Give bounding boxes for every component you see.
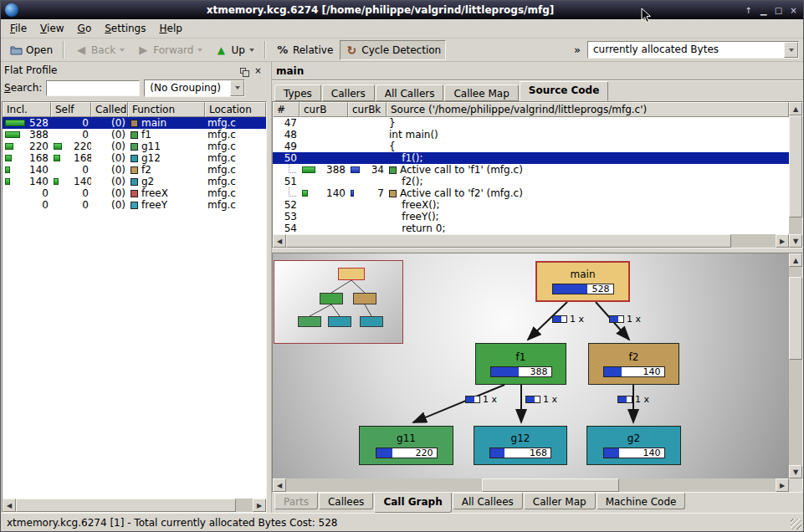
tree-branch-icon [289, 164, 296, 173]
scrollbar-thumb[interactable] [482, 478, 619, 492]
tab-machine-code[interactable]: Machine Code [597, 493, 686, 509]
dock-title-bar[interactable]: Flat Profile × [2, 62, 267, 79]
table-row-freeY[interactable]: 0 0 (0) freeY mfg.c [3, 199, 266, 211]
scrollbar-thumb[interactable] [16, 499, 236, 512]
dock-title: Flat Profile [4, 64, 234, 76]
scrollbar-thumb[interactable] [286, 234, 731, 248]
source-line[interactable]: 48 int main() [273, 129, 789, 141]
open-button[interactable]: Open [4, 40, 58, 60]
table-row-f2[interactable]: 140 0 (0) f2 mfg.c [3, 164, 266, 176]
tab-caller-map[interactable]: Caller Map [524, 493, 596, 509]
application-window: xtmemory.kcg.6274 [/home/philippe/valgri… [0, 0, 804, 532]
resize-grip[interactable] [791, 519, 801, 529]
graph-node-f2[interactable]: f2 140 [588, 343, 679, 385]
scroll-right-icon[interactable]: ▶ [253, 499, 266, 512]
tab-callee-map[interactable]: Callee Map [444, 84, 518, 101]
table-row-g11[interactable]: 220 220 (0) g11 mfg.c [3, 141, 266, 152]
col-curb[interactable]: curB [300, 102, 348, 117]
relative-toggle-button[interactable]: % Relative [271, 40, 338, 60]
tab-all-callers[interactable]: All Callers [376, 84, 444, 101]
tab-callers[interactable]: Callers [322, 84, 375, 101]
graph-vscrollbar[interactable]: ▲ ▼ [789, 253, 802, 478]
menu-file[interactable]: File [3, 20, 33, 37]
keep-above-button[interactable]: ↑ [741, 3, 755, 18]
tab-parts[interactable]: Parts [274, 493, 318, 509]
event-type-select[interactable]: currently allocated Bytes [587, 41, 799, 59]
scrollbar-thumb[interactable] [789, 277, 802, 361]
grouping-select[interactable]: (No Grouping) [144, 79, 245, 97]
scroll-up-icon[interactable]: ▲ [789, 253, 802, 267]
scroll-down-icon[interactable]: ▼ [789, 465, 802, 478]
scroll-down-icon[interactable]: ▼ [789, 234, 802, 248]
call-graph-canvas[interactable]: main 528 f1 388 f2 140 g11 [273, 253, 789, 478]
scrollbar-thumb[interactable] [789, 115, 802, 217]
graph-node-g2[interactable]: g2 140 [586, 426, 681, 465]
graph-node-g11[interactable]: g11 220 [359, 426, 453, 465]
tab-call-graph[interactable]: Call Graph [374, 493, 451, 513]
menu-view[interactable]: View [33, 20, 70, 37]
maximize-button[interactable]: □ [771, 3, 786, 18]
minimize-button[interactable]: ▁ [756, 3, 771, 18]
table-row-freeX[interactable]: 0 0 (0) freeX mfg.c [3, 187, 266, 199]
up-button[interactable]: ▲ Up [209, 40, 259, 60]
menu-help[interactable]: Help [152, 20, 188, 37]
scroll-up-icon[interactable]: ▲ [789, 102, 802, 115]
source-line[interactable]: 47 } [273, 117, 789, 129]
tab-types[interactable]: Types [274, 84, 321, 101]
app-icon[interactable] [5, 3, 18, 17]
source-call-annotation[interactable]: 140 7 Active call to 'f2' (mfg.c) [273, 187, 789, 199]
dock-float-button[interactable] [237, 64, 249, 77]
cycle-detection-toggle-button[interactable]: ↻ Cycle Detection [340, 40, 446, 60]
toolbar-overflow-button[interactable]: » [569, 43, 586, 56]
table-row-main[interactable]: 528 0 (0) main mfg.c [3, 117, 266, 129]
table-row-g12[interactable]: 168 168 (0) g12 mfg.c [3, 152, 266, 164]
col-self[interactable]: Self [51, 102, 91, 117]
bottom-tab-bar: Parts Callees Call Graph All Callees Cal… [272, 493, 803, 513]
col-incl[interactable]: Incl. [3, 102, 51, 117]
source-line-selected[interactable]: 50 f1(); [273, 152, 789, 164]
scroll-left-icon[interactable]: ◀ [3, 499, 16, 512]
source-hscrollbar[interactable]: ◀ ▶ [273, 234, 789, 248]
graph-hscrollbar[interactable]: ◀ ▶ [273, 478, 802, 492]
tab-all-callees[interactable]: All Callees [453, 493, 523, 509]
function-color-icon [389, 190, 397, 197]
forward-button[interactable]: ▶ Forward [131, 40, 207, 60]
incl-bar-icon [5, 178, 10, 185]
close-button[interactable]: × [786, 3, 801, 18]
event-type-dropdown-button[interactable] [784, 42, 798, 58]
tab-callees[interactable]: Callees [319, 493, 373, 509]
menu-go[interactable]: Go [71, 20, 99, 37]
col-line-number[interactable]: # [273, 102, 300, 117]
table-row-f1[interactable]: 388 0 (0) f1 mfg.c [3, 129, 266, 141]
col-location[interactable]: Location [205, 102, 266, 117]
col-called[interactable]: Called [91, 102, 128, 117]
title-bar[interactable]: xtmemory.kcg.6274 [/home/philippe/valgri… [1, 1, 803, 19]
dock-close-button[interactable]: × [252, 64, 264, 77]
source-line[interactable]: 51 f2(); [273, 176, 789, 187]
main-toolbar: Open ◀ Back ▶ Forward ▲ Up % Relative ↻ … [1, 38, 803, 62]
graph-node-f1[interactable]: f1 388 [475, 343, 566, 385]
source-vscrollbar[interactable]: ▲ ▼ [789, 102, 802, 248]
source-line[interactable]: 52 freeX(); [273, 199, 789, 211]
menu-settings[interactable]: Settings [98, 20, 152, 37]
col-function[interactable]: Function [128, 102, 205, 117]
graph-overview-minimap[interactable] [274, 260, 403, 344]
source-line[interactable]: 53 freeY(); [273, 211, 789, 223]
graph-node-g12[interactable]: g12 168 [474, 426, 567, 465]
graph-node-main[interactable]: main 528 [535, 261, 630, 302]
tab-source-code[interactable]: Source Code [520, 81, 609, 101]
flat-profile-hscrollbar[interactable]: ◀ ▶ [3, 499, 266, 512]
table-row-g2[interactable]: 140 140 (0) g2 mfg.c [3, 176, 266, 187]
scroll-right-icon[interactable]: ▶ [776, 478, 789, 492]
search-input[interactable] [46, 80, 140, 96]
col-source[interactable]: Source ('/home/philippe/valgrind/littlep… [387, 102, 789, 117]
source-call-annotation[interactable]: 388 34 Active call to 'f1' (mfg.c) [273, 164, 789, 176]
grouping-dropdown-button[interactable] [230, 80, 244, 96]
scroll-right-icon[interactable]: ▶ [776, 234, 789, 248]
source-line[interactable]: 49 { [273, 141, 789, 152]
col-curbk[interactable]: curBk [348, 102, 387, 117]
scroll-left-icon[interactable]: ◀ [273, 234, 286, 248]
scroll-left-icon[interactable]: ◀ [273, 478, 286, 492]
back-button[interactable]: ◀ Back [69, 40, 130, 60]
source-line[interactable]: 54 return 0; [273, 223, 789, 234]
